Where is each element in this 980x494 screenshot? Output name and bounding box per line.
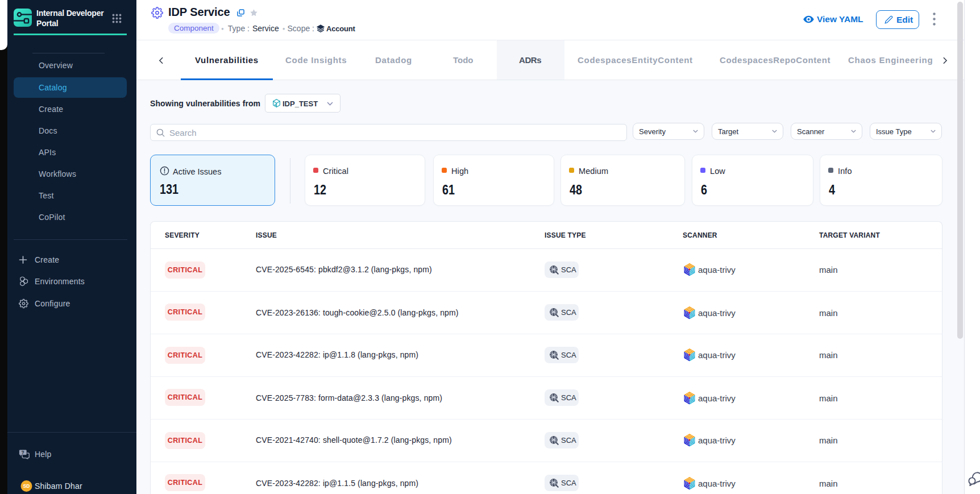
svg-text:SD: SD [23, 483, 30, 489]
svg-text:?: ? [21, 450, 24, 455]
